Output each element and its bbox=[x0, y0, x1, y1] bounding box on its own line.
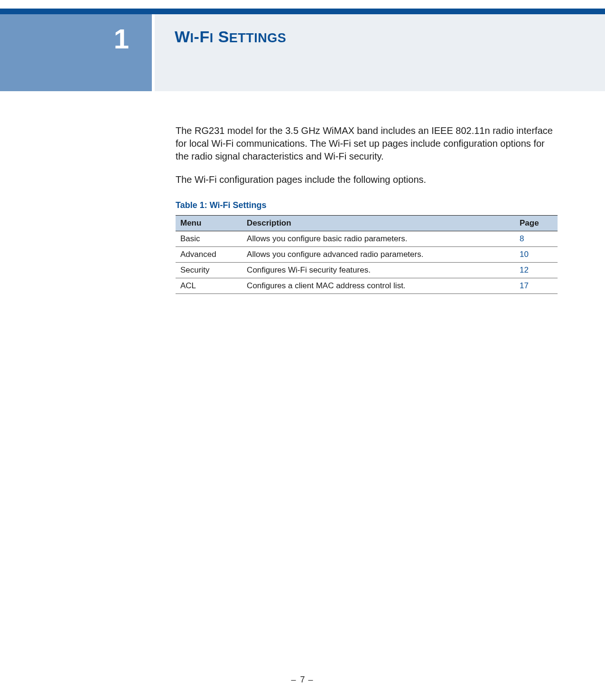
content-area: The RG231 model for the 3.5 GHz WiMAX ba… bbox=[0, 91, 605, 294]
cell-menu: ACL bbox=[176, 278, 242, 294]
title-part: I bbox=[190, 31, 194, 45]
table-row: Security Configures Wi-Fi security featu… bbox=[176, 263, 558, 278]
page-footer: – 7 – bbox=[0, 675, 605, 685]
footer-dash: – bbox=[291, 675, 300, 684]
cell-description: Configures a client MAC address control … bbox=[242, 278, 515, 294]
footer-dash: – bbox=[305, 675, 314, 684]
cell-menu: Security bbox=[176, 263, 242, 278]
intro-paragraph-1: The RG231 model for the 3.5 GHz WiMAX ba… bbox=[176, 124, 558, 163]
table-caption: Table 1: Wi-Fi Settings bbox=[176, 200, 558, 210]
table-row: Basic Allows you configure basic radio p… bbox=[176, 231, 558, 247]
title-part: W bbox=[175, 28, 190, 46]
title-part: F bbox=[199, 28, 209, 46]
col-header-description: Description bbox=[242, 216, 515, 231]
cell-page-link[interactable]: 10 bbox=[515, 247, 558, 263]
title-part: - bbox=[194, 28, 200, 46]
title-part: S bbox=[214, 28, 229, 46]
top-blue-bar bbox=[0, 9, 605, 14]
cell-description: Allows you configure advanced radio para… bbox=[242, 247, 515, 263]
title-part: I bbox=[210, 31, 214, 45]
col-header-page: Page bbox=[515, 216, 558, 231]
intro-paragraph-2: The Wi-Fi configuration pages include th… bbox=[176, 173, 558, 186]
col-header-menu: Menu bbox=[176, 216, 242, 231]
cell-page-link[interactable]: 12 bbox=[515, 263, 558, 278]
table-row: ACL Configures a client MAC address cont… bbox=[176, 278, 558, 294]
cell-page-link[interactable]: 17 bbox=[515, 278, 558, 294]
footer-page-number: 7 bbox=[300, 675, 305, 684]
wifi-settings-table: Menu Description Page Basic Allows you c… bbox=[176, 215, 558, 294]
top-white-spacer bbox=[0, 0, 605, 9]
cell-description: Configures Wi-Fi security features. bbox=[242, 263, 515, 278]
chapter-header: 1 WI-FI SETTINGS bbox=[0, 14, 605, 91]
cell-menu: Basic bbox=[176, 231, 242, 247]
cell-description: Allows you configure basic radio paramet… bbox=[242, 231, 515, 247]
table-header-row: Menu Description Page bbox=[176, 216, 558, 231]
chapter-number-box: 1 bbox=[0, 14, 152, 91]
chapter-title-box: WI-FI SETTINGS bbox=[152, 14, 605, 91]
table-row: Advanced Allows you configure advanced r… bbox=[176, 247, 558, 263]
chapter-number: 1 bbox=[114, 23, 129, 55]
cell-page-link[interactable]: 8 bbox=[515, 231, 558, 247]
chapter-title: WI-FI SETTINGS bbox=[175, 28, 605, 46]
cell-menu: Advanced bbox=[176, 247, 242, 263]
title-part: ETTINGS bbox=[229, 31, 287, 45]
